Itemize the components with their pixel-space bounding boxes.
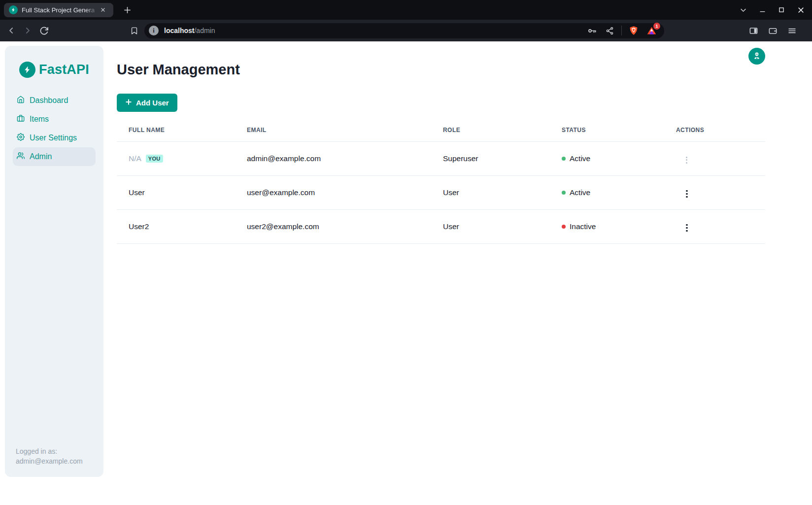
logged-in-label: Logged in as: xyxy=(16,446,83,456)
fastapi-favicon-icon xyxy=(9,5,18,14)
header-email: EMAIL xyxy=(235,127,431,142)
main-content: User Management Add User FULL NAME EMAIL… xyxy=(103,41,812,244)
cell-status: Active xyxy=(550,142,664,176)
home-icon xyxy=(17,96,25,105)
status-text: Active xyxy=(570,188,590,197)
add-user-label: Add User xyxy=(136,99,169,107)
menu-hamburger-icon[interactable] xyxy=(785,24,798,37)
sidebar-item-admin[interactable]: Admin xyxy=(13,147,96,166)
row-actions-menu-icon[interactable] xyxy=(683,187,691,201)
cell-email: user2@example.com xyxy=(235,210,431,244)
table-row: N/AYOU admin@example.com Superuser Activ… xyxy=(117,142,765,176)
fastapi-logo: FastAPI xyxy=(5,61,103,78)
briefcase-icon xyxy=(17,114,25,124)
plus-icon xyxy=(125,99,132,107)
sidebar-item-label: Admin xyxy=(30,152,52,161)
sidebar-item-label: Dashboard xyxy=(30,96,68,105)
tab-title: Full Stack Project Genera xyxy=(22,6,99,14)
url-text: localhost/admin xyxy=(164,27,580,34)
status-text: Active xyxy=(570,154,590,163)
sidebar-item-dashboard[interactable]: Dashboard xyxy=(13,91,96,110)
user-menu-button[interactable] xyxy=(748,48,765,65)
cell-actions xyxy=(664,176,765,210)
cell-actions xyxy=(664,210,765,244)
sidebar-item-label: User Settings xyxy=(30,134,77,142)
cell-full-name: User2 xyxy=(117,210,235,244)
cell-role: User xyxy=(431,210,550,244)
url-path: /admin xyxy=(194,27,215,34)
logo-text: FastAPI xyxy=(39,62,89,77)
gear-icon xyxy=(17,133,25,143)
fastapi-bolt-icon xyxy=(19,62,35,78)
site-info-icon[interactable]: i xyxy=(149,26,159,35)
header-actions: ACTIONS xyxy=(664,127,765,142)
tab-search-chevron-icon[interactable] xyxy=(738,4,748,15)
row-actions-menu-icon[interactable] xyxy=(683,154,690,167)
sidebar: FastAPI Dashboard Items User Settings xyxy=(5,46,103,477)
url-host: localhost xyxy=(164,27,194,34)
minimize-icon[interactable] xyxy=(757,4,768,15)
header-full-name: FULL NAME xyxy=(117,127,235,142)
status-dot-active xyxy=(562,191,566,195)
table-row: User user@example.com User Active xyxy=(117,176,765,210)
toolbar-divider xyxy=(621,26,622,35)
page-title: User Management xyxy=(117,62,765,77)
cell-email: admin@example.com xyxy=(235,142,431,176)
rewards-badge: 1 xyxy=(653,23,660,30)
full-name-text: N/A xyxy=(129,154,141,163)
cell-status: Inactive xyxy=(550,210,664,244)
forward-icon[interactable] xyxy=(20,23,35,38)
logged-in-info: Logged in as: admin@example.com xyxy=(16,446,83,466)
user-astronaut-icon xyxy=(752,51,761,62)
password-key-icon[interactable] xyxy=(586,25,598,36)
sidebar-item-items[interactable]: Items xyxy=(13,110,96,129)
cell-full-name: User xyxy=(117,176,235,210)
window-controls xyxy=(738,0,812,20)
cell-role: Superuser xyxy=(431,142,550,176)
cell-role: User xyxy=(431,176,550,210)
header-role: ROLE xyxy=(431,127,550,142)
users-table: FULL NAME EMAIL ROLE STATUS ACTIONS N/AY… xyxy=(117,127,765,244)
reload-icon[interactable] xyxy=(36,23,51,38)
browser-tabstrip: Full Stack Project Genera xyxy=(0,0,812,20)
brave-rewards-icon[interactable]: 1 xyxy=(645,25,657,36)
cell-actions xyxy=(664,142,765,176)
logged-in-email: admin@example.com xyxy=(16,456,83,466)
cell-full-name: N/AYOU xyxy=(117,142,235,176)
users-icon xyxy=(17,152,25,162)
toolbar-right-icons xyxy=(747,24,812,37)
sidebar-item-user-settings[interactable]: User Settings xyxy=(13,129,96,147)
bookmark-icon[interactable] xyxy=(127,23,141,38)
full-name-text: User2 xyxy=(129,222,149,231)
wallet-icon[interactable] xyxy=(766,24,779,37)
tab-close-icon[interactable] xyxy=(99,5,107,14)
close-window-icon[interactable] xyxy=(795,4,806,15)
row-actions-menu-icon[interactable] xyxy=(683,221,691,235)
status-dot-active xyxy=(562,157,566,161)
table-row: User2 user2@example.com User Inactive xyxy=(117,210,765,244)
share-icon[interactable] xyxy=(604,25,615,36)
address-bar[interactable]: i localhost/admin 1 xyxy=(144,23,664,38)
back-icon[interactable] xyxy=(4,23,19,38)
sidebar-nav: Dashboard Items User Settings Admin xyxy=(5,91,103,166)
header-status: STATUS xyxy=(550,127,664,142)
app-page: FastAPI Dashboard Items User Settings xyxy=(0,41,812,505)
you-badge: YOU xyxy=(146,155,163,163)
new-tab-icon[interactable] xyxy=(120,3,134,17)
browser-tab[interactable]: Full Stack Project Genera xyxy=(4,3,113,17)
add-user-button[interactable]: Add User xyxy=(117,94,177,112)
brave-shields-icon[interactable] xyxy=(628,25,640,36)
browser-toolbar: i localhost/admin 1 xyxy=(0,20,812,41)
status-text: Inactive xyxy=(570,222,596,231)
table-header-row: FULL NAME EMAIL ROLE STATUS ACTIONS xyxy=(117,127,765,142)
maximize-icon[interactable] xyxy=(776,4,787,15)
full-name-text: User xyxy=(129,188,145,197)
cell-email: user@example.com xyxy=(235,176,431,210)
cell-status: Active xyxy=(550,176,664,210)
side-panel-icon[interactable] xyxy=(747,24,760,37)
sidebar-item-label: Items xyxy=(30,115,49,124)
status-dot-inactive xyxy=(562,225,566,229)
